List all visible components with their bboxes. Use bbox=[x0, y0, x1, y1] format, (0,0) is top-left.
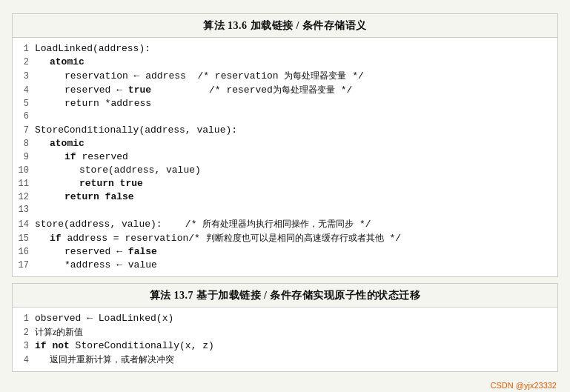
code-token: reservation ← address bbox=[64, 70, 197, 82]
code-line: 5return *address bbox=[13, 97, 557, 110]
code-line: 8atomic bbox=[13, 137, 557, 150]
code-token: LoadLinked(address): bbox=[35, 43, 150, 54]
code-token: if bbox=[64, 151, 82, 162]
code-line: 16reserved ← false bbox=[13, 245, 557, 259]
line-code: reservation ← address /* reservation 为每处… bbox=[35, 70, 551, 82]
code-line: 9if reserved bbox=[13, 150, 557, 164]
code-token: reserved bbox=[82, 151, 127, 162]
code-token: true bbox=[128, 84, 151, 96]
line-number: 9 bbox=[13, 152, 35, 162]
line-number: 6 bbox=[13, 111, 35, 122]
code-token bbox=[151, 84, 209, 96]
algo-block-2: 算法 13.7 基于加载链接 / 条件存储实现原子性的状态迁移 1observe… bbox=[12, 283, 558, 372]
code-line: 4reserved ← true /* reserved为每处理器变量 */ bbox=[13, 83, 557, 97]
line-code: return true bbox=[35, 178, 551, 189]
line-number: 14 bbox=[13, 219, 35, 230]
code-line: 17*address ← value bbox=[13, 259, 557, 272]
algo-title-2: 算法 13.7 基于加载链接 / 条件存储实现原子性的状态迁移 bbox=[13, 284, 557, 308]
code-token: atomic bbox=[50, 138, 84, 149]
algo-block-1: 算法 13.6 加载链接 / 条件存储语义 1LoadLinked(addres… bbox=[12, 13, 558, 277]
code-token: atomic bbox=[50, 56, 84, 67]
code-token: reserved ← bbox=[64, 84, 128, 96]
code-token: 为每处理器变量 bbox=[273, 84, 335, 95]
code-token: if bbox=[50, 233, 67, 244]
code-token: observed ← LoadLinked(x) bbox=[35, 313, 173, 324]
code-line: 13 bbox=[13, 204, 557, 217]
code-token: /* bbox=[197, 70, 214, 82]
line-number: 8 bbox=[13, 139, 35, 149]
line-code: reserved ← true /* reserved为每处理器变量 */ bbox=[35, 84, 551, 96]
code-token: 判断粒度也可以是相同的高速缓存行或者其他 bbox=[206, 233, 384, 243]
code-line: 6 bbox=[13, 110, 557, 124]
line-code: atomic bbox=[35, 56, 551, 67]
code-line: 12return false bbox=[13, 190, 557, 204]
code-token: return bbox=[64, 98, 105, 109]
code-line: 7StoreConditionally(address, value): bbox=[13, 124, 557, 137]
code-token: return false bbox=[64, 191, 134, 202]
algo-title-1: 算法 13.6 加载链接 / 条件存储语义 bbox=[13, 14, 557, 38]
line-number: 4 bbox=[13, 355, 35, 365]
code-token: 返回并重新计算，或者解决冲突 bbox=[50, 354, 174, 365]
code-line: 4返回并重新计算，或者解决冲突 bbox=[13, 353, 557, 367]
code-line: 15if address = reservation/* 判断粒度也可以是相同的… bbox=[13, 231, 557, 245]
code-token: /* bbox=[188, 233, 205, 244]
line-code: LoadLinked(address): bbox=[35, 43, 551, 54]
code-token: /* bbox=[185, 219, 202, 230]
line-number: 12 bbox=[13, 192, 35, 202]
code-token: *address ← value bbox=[64, 259, 157, 270]
code-token: return true bbox=[79, 178, 143, 189]
line-number: 11 bbox=[13, 179, 35, 189]
line-code: if not StoreConditionally(x, z) bbox=[35, 340, 551, 351]
code-token: 所有处理器均执行相同操作，无需同步 bbox=[202, 219, 354, 229]
line-number: 13 bbox=[13, 205, 35, 215]
code-line: 3reservation ← address /* reservation 为每… bbox=[13, 69, 557, 83]
code-line: 3if not StoreConditionally(x, z) bbox=[13, 339, 557, 353]
code-line: 2计算z的新值 bbox=[13, 325, 557, 339]
line-code: 返回并重新计算，或者解决冲突 bbox=[35, 353, 551, 366]
code-token: StoreConditionally(x, z) bbox=[76, 340, 214, 351]
code-token: if not bbox=[35, 340, 76, 351]
line-code: StoreConditionally(address, value): bbox=[35, 124, 551, 136]
code-line: 1LoadLinked(address): bbox=[13, 42, 557, 56]
code-token: reserved bbox=[226, 84, 272, 96]
line-code: observed ← LoadLinked(x) bbox=[35, 313, 551, 324]
line-number: 4 bbox=[13, 85, 35, 96]
line-number: 15 bbox=[13, 233, 35, 244]
code-token: address bbox=[110, 98, 151, 109]
line-code: 计算z的新值 bbox=[35, 326, 551, 339]
line-code: store(address, value): /* 所有处理器均执行相同操作，无… bbox=[35, 218, 551, 230]
code-line: 14store(address, value): /* 所有处理器均执行相同操作… bbox=[13, 217, 557, 231]
code-token: store(address, value): bbox=[35, 219, 185, 230]
line-number: 7 bbox=[13, 125, 35, 136]
code-line: 1observed ← LoadLinked(x) bbox=[13, 312, 557, 325]
code-token: */ bbox=[335, 84, 352, 96]
code-token: 为每处理器变量 bbox=[284, 70, 346, 81]
code-token: store(address, value) bbox=[79, 165, 201, 176]
code-token: /* bbox=[209, 84, 226, 96]
algo-content-1: 1LoadLinked(address):2atomic3reservation… bbox=[13, 38, 557, 276]
code-token: */ bbox=[384, 233, 401, 244]
line-code: return false bbox=[35, 191, 551, 202]
line-code: if address = reservation/* 判断粒度也可以是相同的高速… bbox=[35, 232, 551, 245]
line-number: 3 bbox=[13, 71, 35, 82]
line-number: 1 bbox=[13, 44, 35, 54]
line-number: 17 bbox=[13, 260, 35, 270]
code-line: 10store(address, value) bbox=[13, 164, 557, 177]
line-code: atomic bbox=[35, 138, 551, 149]
code-token: 计算z的新值 bbox=[35, 327, 83, 337]
code-token: address = reservation bbox=[67, 233, 188, 244]
line-number: 2 bbox=[13, 328, 35, 338]
code-token: */ bbox=[354, 219, 371, 230]
line-number: 10 bbox=[13, 165, 35, 176]
line-number: 3 bbox=[13, 341, 35, 351]
code-token: reserved ← bbox=[64, 246, 128, 257]
line-number: 5 bbox=[13, 99, 35, 109]
line-code: *address ← value bbox=[35, 259, 551, 270]
line-code: return *address bbox=[35, 98, 551, 109]
line-number: 2 bbox=[13, 57, 35, 67]
code-line: 2atomic bbox=[13, 56, 557, 69]
line-code: if reserved bbox=[35, 151, 551, 162]
line-code: reserved ← false bbox=[35, 246, 551, 257]
footer-label: CSDN @yjx23332 bbox=[0, 378, 570, 390]
line-number: 16 bbox=[13, 247, 35, 257]
